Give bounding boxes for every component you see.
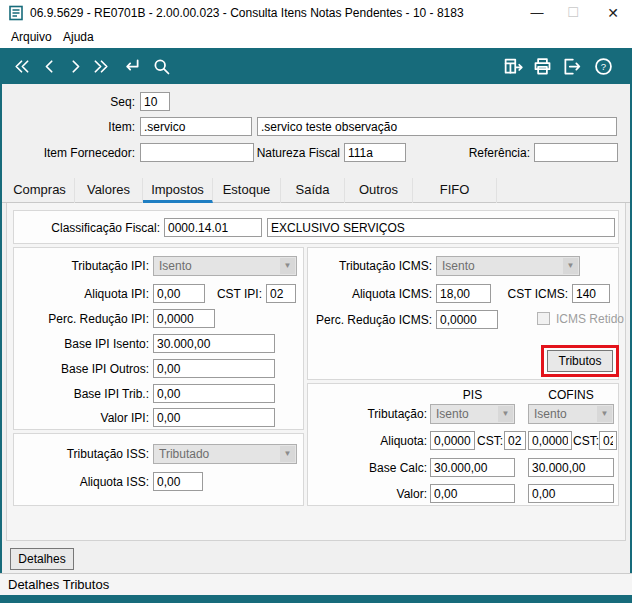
- pis-cofins-base-label: Base Calc:: [312, 459, 427, 478]
- pis-cst-label: CST:: [477, 432, 501, 451]
- chevron-down-icon: ▼: [280, 446, 295, 462]
- base-ipi-outros-input[interactable]: [153, 359, 275, 378]
- item-label: Item:: [25, 118, 135, 137]
- related-queries-icon[interactable]: [500, 53, 526, 79]
- pis-cofins-valor-label: Valor:: [312, 485, 427, 504]
- classificacao-code-input[interactable]: [164, 218, 262, 237]
- menubar: Arquivo Ajuda: [0, 26, 632, 48]
- last-record-icon[interactable]: [88, 53, 114, 79]
- aliquota-ipi-input[interactable]: [153, 284, 205, 303]
- perc-reducao-icms-label: Perc. Redução ICMS:: [312, 311, 432, 330]
- aliquota-icms-input[interactable]: [436, 284, 491, 303]
- valor-ipi-input[interactable]: [153, 408, 275, 427]
- first-record-icon[interactable]: [8, 53, 34, 79]
- tributacao-ipi-value: Isento: [159, 257, 192, 275]
- tab-outros[interactable]: Outros: [345, 178, 413, 203]
- cst-ipi-input[interactable]: [266, 284, 296, 303]
- aliquota-iss-input[interactable]: [153, 472, 203, 491]
- perc-reducao-ipi-label: Perc. Redução IPI:: [20, 310, 149, 329]
- window-frame-left: [0, 84, 2, 595]
- menu-arquivo[interactable]: Arquivo: [6, 26, 57, 48]
- cofins-column-header: COFINS: [528, 388, 614, 402]
- pis-tributacao-select: Isento ▼: [430, 404, 515, 424]
- seq-label: Seq:: [25, 93, 135, 112]
- tab-compras[interactable]: Compras: [5, 178, 75, 203]
- pis-column-header: PIS: [430, 388, 515, 402]
- tab-estoque[interactable]: Estoque: [213, 178, 281, 203]
- pis-cst-input[interactable]: [504, 431, 526, 450]
- cst-icms-label: CST ICMS:: [500, 285, 568, 304]
- natureza-fiscal-label: Natureza Fiscal: [240, 144, 340, 163]
- icms-retido-label: ICMS Retido: [556, 312, 624, 326]
- minimize-button[interactable]: —: [522, 0, 552, 26]
- item-fornecedor-label: Item Fornecedor:: [25, 144, 135, 163]
- pis-aliquota-input[interactable]: [430, 431, 475, 450]
- pis-cofins-tributacao-label: Tributação:: [312, 405, 427, 424]
- print-icon[interactable]: [529, 53, 555, 79]
- go-to-record-icon[interactable]: [118, 53, 144, 79]
- titlebar: 06.9.5629 - RE0701B - 2.00.00.023 - Cons…: [0, 0, 632, 26]
- pis-cofins-aliquota-label: Aliquota:: [312, 432, 427, 451]
- pis-valor-input[interactable]: [430, 484, 515, 503]
- referencia-input[interactable]: [534, 143, 618, 162]
- tab-valores[interactable]: Valores: [75, 178, 143, 203]
- base-ipi-trib-label: Base IPI Trib.:: [20, 385, 149, 404]
- cofins-cst-input[interactable]: [599, 431, 617, 450]
- chevron-down-icon: ▼: [280, 258, 295, 274]
- window-frame-bottom: [0, 595, 632, 603]
- next-record-icon[interactable]: [62, 53, 88, 79]
- maximize-button: ☐: [558, 0, 588, 26]
- aliquota-icms-label: Aliquota ICMS:: [312, 285, 432, 304]
- tributacao-icms-select: Isento ▼: [436, 256, 580, 276]
- tributacao-ipi-select: Isento ▼: [153, 256, 297, 276]
- chevron-down-icon: ▼: [498, 406, 513, 422]
- svg-text:?: ?: [600, 61, 605, 72]
- status-text: Detalhes Tributos: [8, 574, 109, 595]
- app-window: 06.9.5629 - RE0701B - 2.00.00.023 - Cons…: [0, 0, 632, 603]
- toolbar: ?: [0, 48, 632, 84]
- base-ipi-outros-label: Base IPI Outros:: [20, 360, 149, 379]
- cofins-tributacao-value: Isento: [534, 405, 567, 423]
- chevron-down-icon: ▼: [597, 406, 612, 422]
- perc-reducao-icms-input[interactable]: [436, 310, 498, 329]
- detalhes-button[interactable]: Detalhes: [10, 548, 74, 570]
- seq-input[interactable]: [140, 92, 170, 111]
- search-icon[interactable]: [148, 53, 174, 79]
- cofins-valor-input[interactable]: [528, 484, 614, 503]
- item-input[interactable]: [140, 117, 252, 136]
- close-button[interactable]: ✕: [596, 0, 630, 26]
- tributacao-ipi-label: Tributação IPI:: [20, 257, 149, 276]
- item-fornecedor-input[interactable]: [140, 143, 254, 162]
- classificacao-desc-input[interactable]: [267, 218, 615, 237]
- aliquota-iss-label: Aliquota ISS:: [20, 473, 149, 492]
- cofins-cst-label: CST:: [573, 432, 597, 451]
- tab-fifo[interactable]: FIFO: [413, 178, 497, 203]
- menu-ajuda[interactable]: Ajuda: [58, 26, 99, 48]
- aliquota-ipi-label: Aliquota IPI:: [20, 285, 149, 304]
- cst-icms-input[interactable]: [572, 284, 610, 303]
- tab-impostos[interactable]: Impostos: [143, 178, 213, 203]
- chevron-down-icon: ▼: [563, 258, 578, 274]
- icms-retido-checkbox: [537, 312, 550, 325]
- tributacao-iss-label: Tributação ISS:: [20, 445, 149, 464]
- tributos-button[interactable]: Tributos: [547, 350, 613, 372]
- cofins-base-input[interactable]: [528, 458, 614, 477]
- tabbar: Compras Valores Impostos Estoque Saída O…: [2, 178, 630, 203]
- exit-icon[interactable]: [558, 53, 584, 79]
- cofins-aliquota-input[interactable]: [528, 431, 572, 450]
- classificacao-label: Classificação Fiscal:: [20, 219, 160, 238]
- item-description-input[interactable]: [257, 117, 617, 136]
- tributacao-iss-select: Tributado ▼: [153, 444, 297, 464]
- base-ipi-trib-input[interactable]: [153, 384, 275, 403]
- pis-base-input[interactable]: [430, 458, 515, 477]
- natureza-fiscal-input[interactable]: [344, 143, 406, 162]
- tab-saida[interactable]: Saída: [281, 178, 345, 203]
- window-title: 06.9.5629 - RE0701B - 2.00.00.023 - Cons…: [30, 0, 464, 26]
- referencia-label: Referência:: [440, 144, 530, 163]
- perc-reducao-ipi-input[interactable]: [153, 309, 215, 328]
- previous-record-icon[interactable]: [36, 53, 62, 79]
- tributacao-iss-value: Tributado: [159, 445, 209, 463]
- help-icon[interactable]: ?: [590, 53, 616, 79]
- pis-tributacao-value: Isento: [436, 405, 469, 423]
- base-ipi-isento-input[interactable]: [153, 334, 275, 353]
